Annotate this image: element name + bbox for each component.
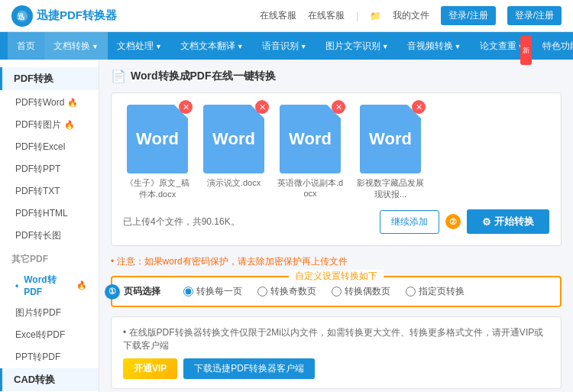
nav-av-arrow: ▼ xyxy=(455,43,461,50)
nav-home[interactable]: 首页 xyxy=(8,32,44,60)
header-right: 在线客服 在线客服 | 📁 我的文件 登录/注册 登录/注册 xyxy=(260,6,562,25)
fire-icon-2: 🔥 xyxy=(64,120,75,130)
nav-paper-badge: 新 xyxy=(520,36,532,65)
file-card-3: ✕ Word 英语微小说副本.docx xyxy=(276,105,345,198)
nav-doc-convert-arrow: ▼ xyxy=(92,43,99,50)
word-icon: 📄 xyxy=(111,69,126,83)
svg-text:迅: 迅 xyxy=(18,12,25,20)
radio-even-page[interactable]: 转换偶数页 xyxy=(332,285,390,298)
file-icon-4: ✕ Word xyxy=(360,105,421,173)
sidebar-item-img-pdf[interactable]: 图片转PDF xyxy=(0,302,99,324)
radio-specific-page-input[interactable] xyxy=(406,287,416,296)
login-button[interactable]: 登录/注册 xyxy=(441,6,495,25)
login-register-button[interactable]: 登录/注册 xyxy=(507,6,562,25)
file-word-label-3: Word xyxy=(289,129,332,149)
step-circle-2: ② xyxy=(445,214,461,229)
vip-row: • 在线版PDF转换器转换文件仅限于2Mi以内文件，如需转换更大文件、转换更多格… xyxy=(123,326,549,352)
radio-even-page-input[interactable] xyxy=(332,287,342,296)
sidebar-section-other: 其它PDF xyxy=(0,247,99,269)
my-files-icon: 📁 xyxy=(370,11,381,21)
sidebar-item-pdf-ppt[interactable]: PDF转PPT xyxy=(0,158,99,180)
radio-odd-page[interactable]: 转换奇数页 xyxy=(257,285,316,298)
sidebar-section-pdf: PDF转换 xyxy=(0,67,99,90)
upload-footer: 已上传4个文件，共90.16K。 继续添加 ② ⚙ 开始转换 xyxy=(123,209,549,234)
sidebar-item-pdf-word[interactable]: PDF转Word🔥 xyxy=(0,92,99,114)
divider: | xyxy=(356,11,358,21)
nav-ocr[interactable]: 图片文字识别▼ xyxy=(316,32,398,60)
nav-paper[interactable]: 论文查重▼ 新 xyxy=(471,32,534,60)
radio-every-page-input[interactable] xyxy=(183,287,193,296)
warning-text: • 注意：如果word有密码保护，请去除加密保护再上传文件 xyxy=(111,255,562,268)
file-word-label-1: Word xyxy=(136,129,179,149)
settings-wrapper: ① 自定义设置转换如下 页码选择 转换每一页 转换奇数页 转换偶数页 xyxy=(111,276,562,307)
file-close-3[interactable]: ✕ xyxy=(332,100,345,114)
upload-info: 已上传4个文件，共90.16K。 xyxy=(123,215,240,228)
vip-buttons: 开通VIP 下载迅捷PDF转换器客户端 xyxy=(123,358,549,379)
page-title: 📄 Word转换成PDF在线一键转换 xyxy=(111,69,562,83)
nav-special[interactable]: 特色功能▼ xyxy=(533,32,573,60)
sidebar-item-excel-pdf[interactable]: Excel转PDF xyxy=(0,324,99,346)
file-name-3: 英语微小说副本.docx xyxy=(276,177,345,198)
active-dot: • xyxy=(15,280,18,291)
file-icon-3: ✕ Word xyxy=(280,105,341,173)
convert-button[interactable]: ⚙ 开始转换 xyxy=(467,209,549,234)
settings-label: 页码选择 xyxy=(124,285,160,298)
vip-area: • 在线版PDF转换器转换文件仅限于2Mi以内文件，如需转换更大文件、转换更多格… xyxy=(111,316,562,389)
main-layout: PDF转换 PDF转Word🔥 PDF转图片🔥 PDF转Excel PDF转PP… xyxy=(0,60,573,392)
file-card-4: ✕ Word 影视数字藏品发展现状报... xyxy=(356,105,425,200)
logo-text: 迅捷PDF转换器 xyxy=(37,8,117,23)
file-card-2: ✕ Word 演示说文.docx xyxy=(203,105,264,189)
nav-speech[interactable]: 语音识别▼ xyxy=(253,32,316,60)
online-support-text[interactable]: 在线客服 xyxy=(308,9,345,22)
file-name-4: 影视数字藏品发展现状报... xyxy=(356,177,425,200)
radio-odd-page-input[interactable] xyxy=(257,287,267,296)
settings-box: 自定义设置转换如下 页码选择 转换每一页 转换奇数页 转换偶数页 xyxy=(111,276,562,307)
nav-translate[interactable]: 文档文本翻译▼ xyxy=(171,32,253,60)
radio-specific-page[interactable]: 指定页转换 xyxy=(406,285,465,298)
upload-actions: 继续添加 ② ⚙ 开始转换 xyxy=(380,209,549,234)
download-client-button[interactable]: 下载迅捷PDF转换器客户端 xyxy=(183,358,315,379)
file-name-1: 《生子》原文_稿件本.docx xyxy=(123,177,192,200)
sidebar-item-pdf-txt[interactable]: PDF转TXT xyxy=(0,180,99,202)
nav-doc-convert[interactable]: 文档转换▼ xyxy=(44,32,108,60)
file-name-2: 演示说文.docx xyxy=(207,177,261,189)
online-support-link[interactable]: 在线客服 xyxy=(260,9,296,22)
nav-doc-process-arrow: ▼ xyxy=(155,43,162,50)
content-area: 📄 Word转换成PDF在线一键转换 ✕ Word 《生子》原文_稿件本.doc… xyxy=(99,60,573,392)
sidebar-item-ppt-pdf[interactable]: PPT转PDF xyxy=(0,346,99,368)
file-word-label-4: Word xyxy=(369,129,412,149)
file-close-1[interactable]: ✕ xyxy=(179,100,193,114)
warning-dot: • xyxy=(111,256,117,267)
open-vip-button[interactable]: 开通VIP xyxy=(123,358,177,379)
convert-icon: ⚙ xyxy=(482,216,491,228)
nav-speech-arrow: ▼ xyxy=(300,43,307,50)
vip-note: • 在线版PDF转换器转换文件仅限于2Mi以内文件，如需转换更大文件、转换更多格… xyxy=(123,326,549,352)
logo: 迅 迅捷PDF转换器 xyxy=(11,5,117,27)
my-files-link[interactable]: 我的文件 xyxy=(393,9,429,22)
sidebar: PDF转换 PDF转Word🔥 PDF转图片🔥 PDF转Excel PDF转PP… xyxy=(0,60,99,392)
add-more-button[interactable]: 继续添加 xyxy=(380,210,439,234)
step-circle-1: ① xyxy=(105,284,120,300)
file-close-4[interactable]: ✕ xyxy=(412,100,426,114)
sidebar-item-pdf-img[interactable]: PDF转图片🔥 xyxy=(0,114,99,136)
sidebar-item-pdf-html[interactable]: PDF转HTML xyxy=(0,202,99,225)
file-icon-2: ✕ Word xyxy=(203,105,264,173)
nav-doc-process[interactable]: 文档处理▼ xyxy=(108,32,171,60)
sidebar-item-word-pdf[interactable]: •Word转PDF🔥 xyxy=(0,269,99,302)
file-icon-1: ✕ Word xyxy=(127,105,188,173)
sidebar-section-cad: CAD转换 xyxy=(0,368,99,391)
file-card-1: ✕ Word 《生子》原文_稿件本.docx xyxy=(123,105,192,200)
settings-row: 页码选择 转换每一页 转换奇数页 转换偶数页 xyxy=(124,285,549,298)
app-header: 迅 迅捷PDF转换器 在线客服 在线客服 | 📁 我的文件 登录/注册 登录/注… xyxy=(0,0,573,32)
file-close-2[interactable]: ✕ xyxy=(255,100,269,114)
file-word-label-2: Word xyxy=(212,129,255,149)
sidebar-item-pdf-longimg[interactable]: PDF转长图 xyxy=(0,225,99,247)
fire-icon-1: 🔥 xyxy=(67,98,78,108)
radio-every-page[interactable]: 转换每一页 xyxy=(183,285,242,298)
nav-translate-arrow: ▼ xyxy=(237,43,244,50)
nav-av-convert[interactable]: 音视频转换▼ xyxy=(398,32,471,60)
upload-area: ✕ Word 《生子》原文_稿件本.docx ✕ Word 演示说文.docx xyxy=(111,92,562,246)
sidebar-item-pdf-excel[interactable]: PDF转Excel xyxy=(0,136,99,158)
settings-title: 自定义设置转换如下 xyxy=(289,270,384,283)
files-row: ✕ Word 《生子》原文_稿件本.docx ✕ Word 演示说文.docx xyxy=(123,105,549,200)
